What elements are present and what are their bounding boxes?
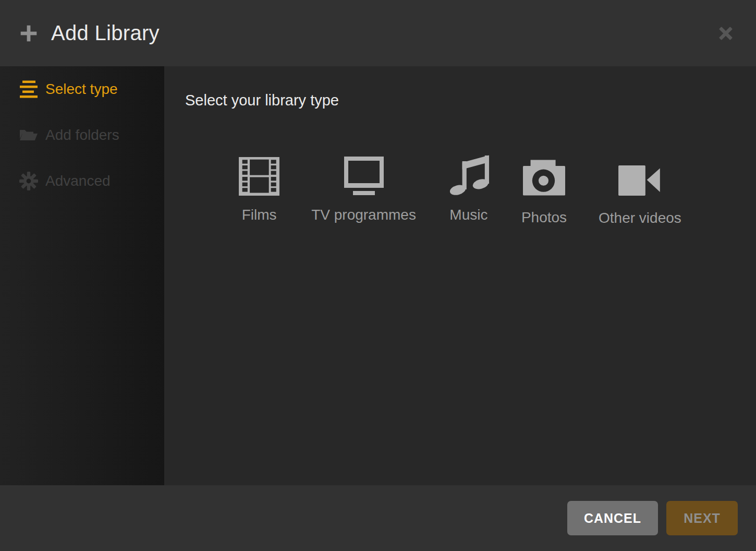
sidebar-item-advanced[interactable]: Advanced xyxy=(0,158,164,204)
gear-icon xyxy=(17,170,40,192)
tv-icon xyxy=(343,154,385,196)
music-note-icon xyxy=(448,154,490,196)
film-strip-icon xyxy=(239,154,279,196)
video-camera-icon xyxy=(618,154,662,196)
sidebar-item-select-type[interactable]: Select type xyxy=(0,66,164,112)
library-type-label: Music xyxy=(449,207,487,223)
sidebar-steps: Select type Add folders xyxy=(0,66,164,485)
library-type-music[interactable]: Music xyxy=(448,154,490,226)
main-heading: Select your library type xyxy=(185,90,735,110)
close-button[interactable] xyxy=(714,22,737,45)
library-type-label: TV programmes xyxy=(311,207,416,223)
plus-icon xyxy=(19,23,39,43)
next-button[interactable]: NEXT xyxy=(666,501,738,535)
select-type-lines-icon xyxy=(17,78,40,100)
library-type-tv-programmes[interactable]: TV programmes xyxy=(311,154,416,226)
dialog-title: Add Library xyxy=(51,21,160,45)
library-type-label: Films xyxy=(242,207,277,223)
library-type-label: Other videos xyxy=(599,210,681,226)
folder-icon xyxy=(17,124,40,146)
sidebar-item-add-folders[interactable]: Add folders xyxy=(0,112,164,158)
camera-icon xyxy=(523,154,565,196)
main-panel: Select your library type xyxy=(164,66,756,485)
dialog-footer: CANCEL NEXT xyxy=(0,485,756,551)
dialog-body: Select type Add folders xyxy=(0,66,756,485)
sidebar-item-label: Add folders xyxy=(45,127,119,143)
library-type-row: Films TV programmes xyxy=(185,154,735,226)
close-icon xyxy=(716,24,735,43)
library-type-films[interactable]: Films xyxy=(239,154,279,226)
sidebar-item-label: Select type xyxy=(45,81,118,98)
library-type-other-videos[interactable]: Other videos xyxy=(599,154,681,226)
cancel-button[interactable]: CANCEL xyxy=(567,501,658,535)
library-type-photos[interactable]: Photos xyxy=(521,154,567,226)
dialog-header: Add Library xyxy=(0,0,756,66)
sidebar-item-label: Advanced xyxy=(45,173,111,189)
add-library-dialog: Add Library xyxy=(0,0,756,551)
library-type-label: Photos xyxy=(521,209,567,226)
